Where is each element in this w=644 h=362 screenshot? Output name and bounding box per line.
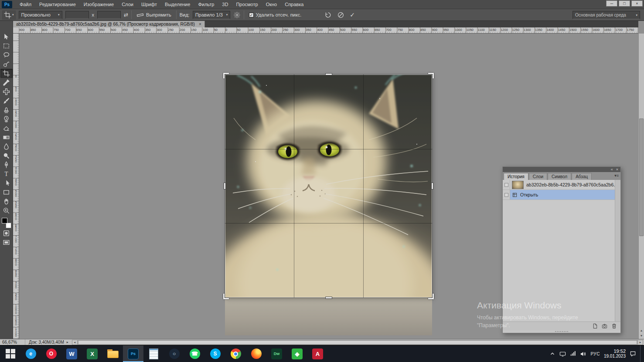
eraser-tool[interactable]	[0, 124, 13, 133]
menu-item-7[interactable]: 3D	[218, 0, 232, 9]
panel-tab-1[interactable]: Слои	[529, 173, 547, 180]
lasso-tool[interactable]	[0, 51, 13, 60]
scroll-down-icon[interactable]: ▼	[639, 333, 644, 338]
acrobat-icon[interactable]: A	[307, 345, 328, 362]
file-explorer-icon[interactable]	[102, 345, 123, 362]
eyedropper-tool[interactable]	[0, 78, 13, 87]
horizontal-scrollbar[interactable]: ◂ ▸	[72, 340, 643, 345]
word-icon[interactable]: W	[61, 345, 82, 362]
close-panel-icon[interactable]: ×	[616, 167, 618, 172]
clone-stamp-tool[interactable]	[0, 105, 13, 115]
move-tool[interactable]	[0, 32, 13, 41]
vertical-scrollbar[interactable]: ▲ ▼	[638, 34, 644, 339]
clock[interactable]: 19:52 19.01.2023	[604, 348, 626, 359]
document-canvas[interactable]	[225, 74, 432, 298]
volume-icon[interactable]	[580, 351, 586, 357]
crop-tool[interactable]	[0, 69, 13, 78]
panel-tab-2[interactable]: Символ	[548, 173, 571, 180]
crop-handle-left[interactable]	[224, 183, 226, 189]
crop-handle-top-left[interactable]	[223, 73, 229, 78]
zoom-level[interactable]: 66,67%	[2, 340, 23, 345]
blur-tool[interactable]	[0, 142, 13, 151]
vertical-scrollbar-thumb[interactable]	[639, 118, 644, 236]
healing-brush-tool[interactable]	[0, 87, 13, 96]
zoom-tool[interactable]	[0, 206, 13, 215]
menu-item-4[interactable]: Шрифт	[137, 0, 161, 9]
crop-height-input[interactable]	[97, 11, 121, 19]
quick-selection-tool[interactable]	[0, 60, 13, 69]
firefox-icon[interactable]	[246, 345, 266, 362]
network-icon[interactable]	[570, 351, 576, 357]
horizontal-scrollbar-thumb[interactable]	[78, 340, 637, 345]
opera-icon[interactable]: O	[41, 345, 61, 362]
crop-handle-bottom-left[interactable]	[223, 294, 229, 299]
crop-handle-top[interactable]	[325, 73, 332, 75]
history-brush-source-cell[interactable]	[503, 180, 510, 189]
dreamweaver-icon[interactable]: Dw	[266, 345, 287, 362]
panel-tab-0[interactable]: История	[504, 173, 528, 180]
cancel-crop-icon[interactable]	[337, 11, 344, 19]
scroll-up-icon[interactable]: ▲	[639, 328, 644, 333]
foreground-color-swatch[interactable]	[2, 218, 7, 223]
skype-icon[interactable]: S	[205, 345, 225, 362]
close-button[interactable]: ×	[631, 0, 643, 7]
history-brush-tool[interactable]	[0, 115, 13, 124]
photoshop-icon[interactable]: Ps	[123, 345, 143, 362]
dodge-tool[interactable]	[0, 151, 13, 160]
action-center-icon[interactable]	[630, 351, 636, 357]
status-info-arrow-icon[interactable]: ▸	[67, 340, 68, 344]
tray-expand-icon[interactable]	[549, 351, 555, 357]
panel-tab-3[interactable]: Абзац	[572, 173, 592, 180]
rectangle-tool[interactable]	[0, 188, 13, 197]
menu-item-5[interactable]: Выделение	[161, 0, 194, 9]
path-selection-tool[interactable]	[0, 179, 13, 188]
show-desktop-button[interactable]	[640, 345, 642, 362]
document-tab[interactable]: ab3202eb-8b5b-4229-8b79-a8760c5aa2b6.jpg…	[13, 21, 205, 27]
reset-crop-icon[interactable]	[324, 11, 332, 19]
brush-tool[interactable]	[0, 96, 13, 105]
foreground-background-colors[interactable]	[0, 217, 13, 229]
menu-item-2[interactable]: Изображение	[80, 0, 118, 9]
crop-options-gear-icon[interactable]	[233, 11, 241, 19]
panel-menu-icon[interactable]: ▾≡	[614, 173, 619, 178]
delete-cropped-checkbox[interactable]: ✓ Удалить отсеч. пикс.	[247, 11, 303, 18]
display-icon[interactable]	[559, 351, 566, 357]
collapse-panel-icon[interactable]: «	[611, 167, 613, 172]
swap-dimensions-icon[interactable]: ⇄	[124, 12, 128, 18]
screen-mode-button[interactable]	[0, 238, 13, 247]
crop-handle-top-right[interactable]	[428, 73, 434, 78]
close-tab-icon[interactable]: ×	[199, 22, 201, 27]
chrome-icon[interactable]	[225, 345, 246, 362]
menu-item-6[interactable]: Фильтр	[194, 0, 218, 9]
maximize-button[interactable]: □	[619, 0, 630, 7]
menu-item-3[interactable]: Слои	[118, 0, 137, 9]
gradient-tool[interactable]	[0, 133, 13, 142]
tool-preset-picker[interactable]: ▾	[2, 10, 16, 20]
crop-width-input[interactable]	[65, 11, 89, 19]
language-indicator[interactable]: РУС	[590, 352, 600, 356]
menu-item-10[interactable]: Справка	[281, 0, 307, 9]
quick-mask-button[interactable]	[0, 229, 13, 238]
excel-icon[interactable]: X	[82, 345, 102, 362]
start-button[interactable]	[0, 345, 20, 362]
marquee-tool[interactable]	[0, 41, 13, 51]
steam-icon[interactable]: ○	[164, 345, 184, 362]
edge-icon[interactable]: e	[20, 345, 41, 362]
workspace-select[interactable]: Основная рабочая среда ▾	[572, 11, 640, 19]
history-snapshot-row[interactable]: ab3202eb-8b5b-4229-8b79-a8760c5aa2b6.jpg	[503, 180, 615, 190]
crop-handle-bottom-right[interactable]	[428, 294, 434, 299]
history-brush-source-cell[interactable]	[503, 190, 510, 200]
scroll-left-icon[interactable]: ◂	[72, 340, 78, 345]
straighten-button[interactable]: Выпрямить	[135, 10, 173, 20]
new-snapshot-icon[interactable]	[602, 323, 607, 329]
notepad-icon[interactable]	[143, 345, 164, 362]
whatsapp-icon[interactable]: ☎	[184, 345, 205, 362]
hand-tool[interactable]	[0, 197, 13, 206]
menu-item-0[interactable]: Файл	[16, 0, 35, 9]
menu-item-8[interactable]: Просмотр	[232, 0, 262, 9]
menu-item-1[interactable]: Редактирование	[35, 0, 80, 9]
minimize-button[interactable]: ─	[606, 0, 617, 7]
panel-resize-grip[interactable]	[503, 330, 620, 333]
green-app-icon[interactable]: ◈	[287, 345, 307, 362]
menu-item-9[interactable]: Окно	[262, 0, 281, 9]
